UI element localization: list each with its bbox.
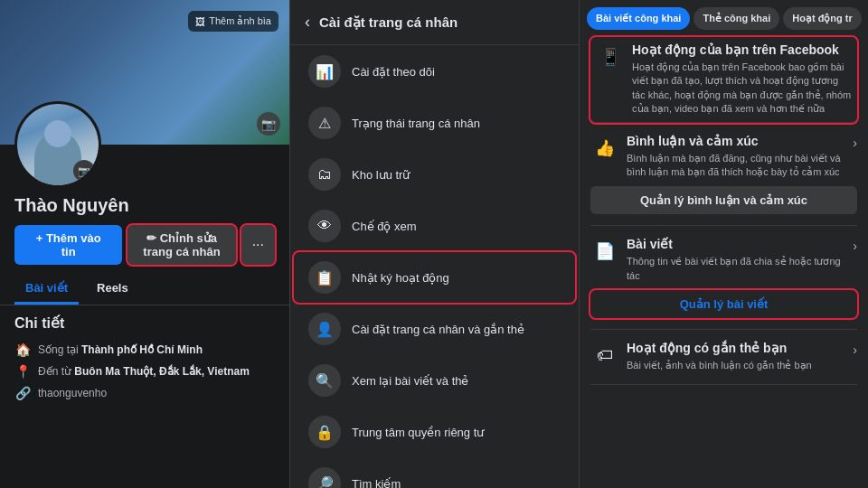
tab-reels[interactable]: Reels [86,274,139,305]
section-row-0: 📱 Hoạt động của bạn trên Facebook Hoạt đ… [596,42,852,117]
settings-label-1: Trạng thái trang cá nhân [352,117,480,130]
section-text-2: Bài viết Thông tin về bài viết bạn đã ch… [627,237,853,283]
activity-section-comments: 👍 Bình luận và cảm xúc Bình luận mà bạn … [590,134,857,227]
activity-content: 📱 Hoạt động của bạn trên Facebook Hoạt đ… [580,30,868,473]
activity-section-posts: 📄 Bài viết Thông tin về bài viết bạn đã … [590,237,857,330]
settings-icon-2: 🗂 [308,158,341,191]
settings-icon-6: 🔍 [308,364,341,397]
tab-posts[interactable]: Bài viết [14,274,79,305]
profile-tabs: Bài viết Reels [0,274,289,305]
avatar-camera-icon[interactable]: 📷 [73,160,95,182]
comments-icon: 👍 [590,134,619,163]
settings-item-1[interactable]: ⚠ Trạng thái trang cá nhân [294,98,575,148]
settings-icon-8: 🔎 [308,467,341,488]
section-row-1: 👍 Bình luận và cảm xúc Bình luận mà bạn … [590,134,853,180]
activity-section-tags: 🏷 Hoạt động có gắn thẻ bạn Bài viết, ảnh… [590,341,857,384]
activity-tabs: Bài viết công khai Thẻ công khai Hoạt độ… [580,0,868,30]
settings-label-2: Kho lưu trữ [352,168,410,182]
settings-title: Cài đặt trang cá nhân [319,14,458,31]
section-desc-2: Thông tin về bài viết bạn đã chia sẻ hoặ… [627,255,853,283]
section-title-0: Hoạt động của bạn trên Facebook [632,42,852,57]
edit-profile-button[interactable]: ✏ Chỉnh sửa trang cá nhân [127,225,235,265]
settings-label-5: Cài đặt trang cá nhân và gắn thẻ [352,323,524,336]
settings-label-0: Cài đặt theo dõi [352,65,435,79]
section-header-2[interactable]: 📄 Bài viết Thông tin về bài viết bạn đã … [590,237,857,283]
settings-icon-4: 📋 [308,261,341,294]
profile-details: Chi tiết 🏠 Sống tại Thành phố Hồ Chí Min… [0,305,289,413]
settings-panel: ‹ Cài đặt trang cá nhân 📊 Cài đặt theo d… [289,0,579,488]
detail-city: 🏠 Sống tại Thành phố Hồ Chí Minh [14,339,275,361]
settings-header: ‹ Cài đặt trang cá nhân [290,0,579,45]
settings-label-3: Chế độ xem [352,220,417,233]
detail-hometown: 📍 Đến từ Buôn Ma Thuột, Đắk Lắk, Vietnam [14,361,275,382]
section-desc-1: Bình luận mà bạn đã đăng, cũng như bài v… [627,152,853,180]
settings-icon-3: 👁 [308,210,341,242]
settings-label-7: Trung tâm quyền riêng tư [352,426,484,439]
tags-icon: 🏷 [590,341,619,370]
cover-camera-icon[interactable]: 📷 [257,112,280,136]
section-desc-3: Bài viết, ảnh và bình luận có gắn thẻ bạ… [627,359,812,372]
link-icon: 🔗 [14,386,31,400]
section-text-3: Hoạt động có gắn thẻ bạn Bài viết, ảnh v… [627,341,812,372]
section-text-1: Bình luận và cảm xúc Bình luận mà bạn đã… [627,134,853,180]
settings-icon-7: 🔒 [308,416,341,448]
profile-actions: + Thêm vào tin ✏ Chỉnh sửa trang cá nhân… [0,216,289,274]
posts-icon: 📄 [590,237,619,266]
settings-icon-0: 📊 [308,55,341,88]
settings-label-4: Nhật ký hoạt động [352,271,449,285]
settings-icon-1: ⚠ [308,107,341,139]
section-header-3[interactable]: 🏷 Hoạt động có gắn thẻ bạn Bài viết, ảnh… [590,341,857,372]
tab-public-posts[interactable]: Bài viết công khai [587,7,690,30]
settings-item-7[interactable]: 🔒 Trung tâm quyền riêng tư [294,407,575,457]
details-title: Chi tiết [14,314,275,332]
profile-name: Thào Nguyên [14,195,275,216]
settings-item-8[interactable]: 🔎 Tìm kiếm [294,458,575,488]
chevron-down-icon-2: › [853,239,857,253]
tab-public-tags[interactable]: Thẻ công khai [693,7,779,30]
more-options-button[interactable]: ··· [241,225,275,265]
settings-item-0[interactable]: 📊 Cài đặt theo dõi [294,46,575,97]
location-icon: 📍 [14,364,31,379]
manage-posts-button[interactable]: Quản lý bài viết [590,290,857,318]
chevron-down-icon-3: › [853,343,857,357]
settings-item-4[interactable]: 📋 Nhật ký hoạt động [294,252,575,303]
section-row-3: 🏷 Hoạt động có gắn thẻ bạn Bài viết, ảnh… [590,341,812,372]
manage-comments-button[interactable]: Quản lý bình luận và cảm xúc [590,186,857,214]
facebook-activity-icon: 📱 [596,42,625,71]
settings-item-2[interactable]: 🗂 Kho lưu trữ [294,149,575,200]
image-icon: 🖼 [195,16,205,27]
tab-activity[interactable]: Hoạt động tr [783,7,862,30]
section-row-2: 📄 Bài viết Thông tin về bài viết bạn đã … [590,237,853,283]
activity-panel: Bài viết công khai Thẻ công khai Hoạt độ… [579,0,868,488]
settings-icon-5: 👤 [308,313,341,345]
add-cover-photo-button[interactable]: 🖼 Thêm ảnh bìa [188,11,278,32]
section-title-3: Hoạt động có gắn thẻ bạn [627,341,812,355]
back-button[interactable]: ‹ [305,13,310,32]
profile-panel: 🖼 Thêm ảnh bìa 📷 📷 Thào Nguyên + Thêm và… [0,0,289,488]
add-cover-label: Thêm ảnh bìa [209,15,271,27]
section-header-1[interactable]: 👍 Bình luận và cảm xúc Bình luận mà bạn … [590,134,857,180]
section-title-2: Bài viết [627,237,853,251]
section-desc-0: Hoạt động của bạn trên Facebook bao gồm … [632,61,852,117]
avatar: 📷 [14,101,101,188]
section-text-0: Hoạt động của bạn trên Facebook Hoạt độn… [632,42,852,117]
profile-name-area: Thào Nguyên [0,188,289,216]
settings-item-3[interactable]: 👁 Chế độ xem [294,201,575,251]
add-friend-button[interactable]: + Thêm vào tin [14,225,122,265]
settings-label-6: Xem lại bài viết và thẻ [352,374,469,388]
chevron-down-icon-1: › [853,136,857,150]
settings-item-6[interactable]: 🔍 Xem lại bài viết và thẻ [294,355,575,406]
home-icon: 🏠 [14,343,31,357]
settings-label-8: Tìm kiếm [352,477,401,489]
detail-link: 🔗 thaonguvenho [14,382,275,404]
section-title-1: Bình luận và cảm xúc [627,134,853,148]
activity-section-facebook-activity: 📱 Hoạt động của bạn trên Facebook Hoạt đ… [590,37,857,123]
settings-item-5[interactable]: 👤 Cài đặt trang cá nhân và gắn thẻ [294,304,575,354]
